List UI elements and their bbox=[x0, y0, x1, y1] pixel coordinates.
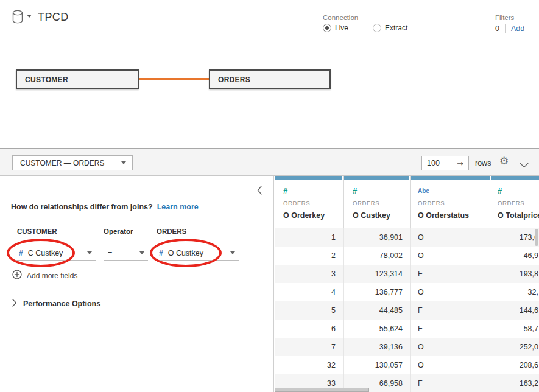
cell-orderkey: 6 bbox=[275, 320, 344, 338]
add-more-fields-label: Add more fields bbox=[27, 271, 77, 280]
cell-orderkey: 32 bbox=[275, 356, 344, 374]
filters-count: 0 bbox=[495, 24, 499, 33]
cell-custkey: 123,314 bbox=[344, 265, 411, 283]
canvas-table-orders-label: ORDERS bbox=[218, 75, 250, 84]
column-field-name: O Totalprice bbox=[498, 211, 539, 220]
cell-totalprice: 193,8 bbox=[491, 265, 539, 283]
cell-orderstatus: F bbox=[411, 320, 491, 338]
cell-totalprice: 163,2 bbox=[491, 374, 539, 392]
cell-custkey: 39,136 bbox=[344, 338, 411, 356]
table-row: 6 55,624 F 58,7 bbox=[275, 320, 539, 338]
operator-dropdown[interactable]: = bbox=[104, 246, 148, 261]
column-table-name: ORDERS bbox=[498, 200, 539, 206]
cell-orderstatus: F bbox=[411, 301, 491, 320]
cell-orderkey: 4 bbox=[275, 283, 344, 301]
relationship-selector[interactable]: CUSTOMER — ORDERS bbox=[12, 155, 133, 170]
cell-orderstatus: O bbox=[411, 338, 491, 356]
filters-label: Filters bbox=[495, 14, 514, 21]
add-more-fields-button[interactable]: Add more fields bbox=[12, 270, 77, 282]
number-type-icon: # bbox=[159, 249, 163, 257]
tableau-datasource-page: { "header": { "title": "TPCD", "connecti… bbox=[0, 0, 539, 392]
canvas-table-orders[interactable]: ORDERS bbox=[209, 69, 331, 89]
radio-extract[interactable]: Extract bbox=[373, 24, 407, 32]
rows-label: rows bbox=[475, 159, 491, 167]
relationships-question: How do relationships differ from joins?L… bbox=[11, 203, 199, 211]
table-row: 2 78,002 O 46,9 bbox=[275, 247, 539, 265]
table-row: 3 123,314 F 193,8 bbox=[275, 265, 539, 283]
operator-value: = bbox=[108, 249, 139, 257]
radio-live-label: Live bbox=[335, 24, 348, 32]
table-row: 1 36,901 O 173,6 bbox=[275, 228, 539, 247]
chevron-right-icon bbox=[12, 298, 17, 309]
mapping-operator-label: Operator bbox=[104, 228, 133, 235]
table-row: 32 130,057 O 208,6 bbox=[275, 356, 539, 374]
cell-totalprice: 144,6 bbox=[491, 301, 539, 320]
dropdown-triangle-icon bbox=[87, 251, 92, 254]
gear-icon[interactable]: ⚙ bbox=[499, 156, 509, 166]
dropdown-triangle-icon bbox=[121, 161, 126, 164]
radio-extract-circle bbox=[373, 24, 381, 32]
cell-custkey: 130,057 bbox=[344, 356, 411, 374]
left-field-dropdown[interactable]: # C Custkey bbox=[16, 246, 96, 261]
performance-options-label: Performance Options bbox=[23, 299, 100, 308]
caret-down-icon bbox=[27, 15, 32, 18]
question-text: How do relationships differ from joins? bbox=[11, 203, 153, 211]
filters-divider bbox=[505, 24, 506, 33]
cell-orderstatus: O bbox=[411, 247, 491, 265]
datasource-title: TPCD bbox=[38, 11, 69, 24]
vertical-scrollbar-thumb[interactable] bbox=[535, 229, 538, 246]
relationship-connector-line[interactable] bbox=[139, 78, 209, 80]
cell-orderstatus: O bbox=[411, 228, 491, 247]
cell-custkey: 78,002 bbox=[344, 247, 411, 265]
radio-live[interactable]: Live bbox=[323, 24, 348, 32]
cell-orderstatus: O bbox=[411, 356, 491, 374]
column-table-name: ORDERS bbox=[283, 200, 343, 206]
plus-circle-icon bbox=[12, 270, 22, 282]
number-type-icon: # bbox=[498, 186, 539, 195]
canvas-table-customer-label: CUSTOMER bbox=[25, 75, 68, 84]
column-table-name: ORDERS bbox=[418, 200, 491, 206]
string-type-icon: Abc bbox=[418, 186, 491, 195]
learn-more-link[interactable]: Learn more bbox=[157, 203, 199, 211]
collapse-pane-chevron-icon[interactable] bbox=[256, 184, 264, 198]
table-row: 4 136,777 O 32, bbox=[275, 283, 539, 301]
left-field-value: C Custkey bbox=[28, 249, 87, 257]
connection-label: Connection bbox=[323, 14, 358, 21]
cell-custkey: 44,485 bbox=[344, 301, 411, 320]
column-header-custkey[interactable]: # ORDERS O Custkey bbox=[344, 176, 411, 228]
column-header-orderkey[interactable]: # ORDERS O Orderkey bbox=[275, 176, 344, 228]
mapping-right-table-label: ORDERS bbox=[157, 228, 186, 235]
chevron-down-icon[interactable] bbox=[520, 159, 529, 170]
cell-totalprice: 32, bbox=[491, 283, 539, 301]
right-field-value: O Custkey bbox=[168, 249, 230, 257]
column-table-name: ORDERS bbox=[353, 200, 410, 206]
cell-totalprice: 46,9 bbox=[491, 247, 539, 265]
column-header-totalprice[interactable]: # ORDERS O Totalprice bbox=[491, 176, 539, 228]
dropdown-triangle-icon bbox=[139, 251, 144, 254]
filters-add-link[interactable]: Add bbox=[511, 24, 524, 33]
radio-extract-label: Extract bbox=[385, 24, 407, 32]
cell-custkey: 136,777 bbox=[344, 283, 411, 301]
dropdown-triangle-icon bbox=[230, 251, 235, 254]
column-field-name: O Orderkey bbox=[283, 211, 343, 220]
canvas-table-customer[interactable]: CUSTOMER bbox=[16, 69, 139, 89]
cell-totalprice: 58,7 bbox=[491, 320, 539, 338]
horizontal-scrollbar-thumb[interactable] bbox=[275, 388, 369, 392]
apply-arrow-icon[interactable]: → bbox=[457, 159, 463, 168]
column-field-name: O Custkey bbox=[353, 211, 410, 220]
mapping-left-table-label: CUSTOMER bbox=[17, 228, 57, 235]
data-preview-grid: # ORDERS O Orderkey # ORDERS O Custkey A… bbox=[275, 176, 539, 392]
relationship-selector-value: CUSTOMER — ORDERS bbox=[20, 159, 121, 167]
number-type-icon: # bbox=[19, 249, 23, 257]
cell-orderkey: 5 bbox=[275, 301, 344, 320]
column-header-orderstatus[interactable]: Abc ORDERS O Orderstatus bbox=[411, 176, 491, 228]
column-field-name: O Orderstatus bbox=[418, 211, 491, 220]
right-field-dropdown[interactable]: # O Custkey bbox=[156, 246, 239, 261]
cell-orderstatus: F bbox=[411, 265, 491, 283]
datasource-menu[interactable] bbox=[12, 10, 32, 27]
cell-totalprice: 252,0 bbox=[491, 338, 539, 356]
database-icon bbox=[12, 10, 24, 27]
rows-count-input[interactable]: 100 → bbox=[421, 156, 469, 170]
performance-options-toggle[interactable]: Performance Options bbox=[12, 298, 100, 309]
table-row: 7 39,136 O 252,0 bbox=[275, 338, 539, 356]
